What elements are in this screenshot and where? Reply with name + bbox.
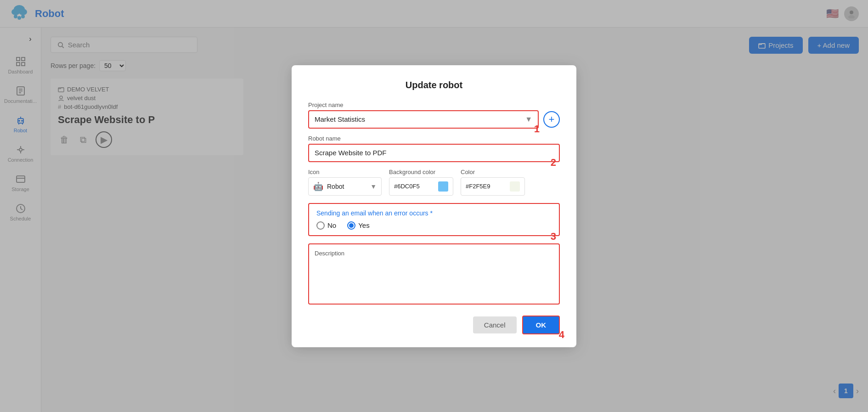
email-error-label: Sending an email when an error occurs * <box>316 209 552 217</box>
bg-color-group: Background color #6DC0F5 <box>389 169 453 196</box>
modal-actions: Cancel OK 4 <box>308 316 560 334</box>
color-label: Color <box>461 169 525 175</box>
icon-color-row: Icon 🤖 Robot ▼ Background color #6DC0F5 <box>308 169 560 196</box>
cancel-button[interactable]: Cancel <box>473 316 517 333</box>
robot-icon: 🤖 <box>313 181 323 192</box>
radio-yes-circle <box>347 221 355 230</box>
icon-select[interactable]: 🤖 Robot ▼ <box>308 177 382 196</box>
modal-title: Update robot <box>308 80 560 90</box>
bg-color-box[interactable]: #6DC0F5 <box>389 177 453 196</box>
icon-select-value: Robot <box>327 183 366 190</box>
radio-no-label: No <box>327 221 336 229</box>
color-swatch <box>510 181 520 192</box>
project-name-label: Project name <box>308 102 560 108</box>
step4-badge: 4 <box>559 329 564 341</box>
step1-badge: 1 <box>534 123 540 135</box>
robot-name-label: Robot name <box>308 135 560 142</box>
color-value: #F2F5E9 <box>466 183 506 190</box>
radio-dot <box>349 223 354 228</box>
bg-color-label: Background color <box>389 169 453 175</box>
bg-color-swatch <box>438 181 448 192</box>
radio-yes[interactable]: Yes <box>347 221 369 230</box>
email-error-section: Sending an email when an error occurs * … <box>308 203 560 236</box>
description-section: Description <box>308 243 560 305</box>
radio-group: No Yes <box>316 221 552 230</box>
update-robot-modal: Update robot Project name Market Statist… <box>292 65 576 347</box>
icon-group: Icon 🤖 Robot ▼ <box>308 169 382 196</box>
radio-yes-label: Yes <box>358 221 369 229</box>
color-group: Color #F2F5E9 <box>461 169 525 196</box>
dropdown-arrow-icon: ▼ <box>525 115 532 124</box>
bg-color-value: #6DC0F5 <box>394 183 434 190</box>
radio-no-circle <box>316 221 325 230</box>
step2-badge: 2 <box>551 157 556 169</box>
add-project-button[interactable]: + <box>543 111 560 128</box>
project-name-value: Market Statistics <box>315 115 525 123</box>
description-textarea[interactable] <box>315 260 553 296</box>
radio-no[interactable]: No <box>316 221 336 230</box>
step3-badge: 3 <box>551 231 556 243</box>
color-box[interactable]: #F2F5E9 <box>461 177 525 196</box>
robot-name-value: Scrape Website to PDF <box>315 149 386 157</box>
icon-dropdown-arrow: ▼ <box>370 183 377 190</box>
modal-overlay: Update robot Project name Market Statist… <box>0 0 868 412</box>
icon-label: Icon <box>308 169 382 175</box>
main-content: Rows per page: 50 25 100 DEMO VELVET vel… <box>41 28 868 412</box>
desc-label: Description <box>315 250 553 257</box>
ok-button[interactable]: OK <box>522 316 560 334</box>
